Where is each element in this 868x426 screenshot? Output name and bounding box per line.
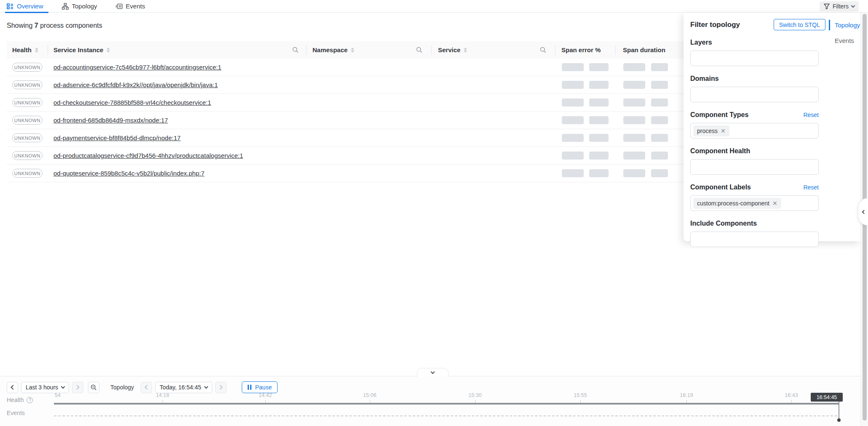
- filter-form: Filter topology Switch to STQL Layers Do…: [684, 13, 832, 256]
- drawer-collapse-handle[interactable]: [858, 198, 868, 226]
- table-header: Health Service Instance Namespace Servic…: [7, 41, 691, 59]
- column-header-namespace[interactable]: Namespace: [312, 41, 354, 59]
- time-range-dropdown[interactable]: Last 3 hours: [21, 382, 69, 393]
- span-error-skeleton: [562, 99, 584, 106]
- component-types-label: Component Types: [690, 111, 748, 119]
- health-badge: UNKNOWN: [12, 116, 43, 125]
- sort-icon[interactable]: [464, 48, 467, 53]
- topology-mode-label: Topology: [110, 384, 134, 391]
- remove-tag-icon[interactable]: ✕: [721, 128, 726, 134]
- tick-label: 16:43: [785, 392, 798, 398]
- layers-input[interactable]: [690, 51, 819, 66]
- zoom-out-button[interactable]: [88, 382, 99, 393]
- chevron-down-icon: [61, 385, 65, 389]
- drawer-title: Filter topology: [690, 21, 740, 29]
- tick-label: 16:19: [680, 392, 693, 398]
- span-duration-skeleton: [623, 169, 645, 177]
- tick-mark: [475, 400, 475, 403]
- filter-tag: custom:process-component ✕: [693, 198, 781, 209]
- tab-label: Topology: [72, 3, 97, 10]
- date-time-dropdown[interactable]: Today, 16:54:45: [155, 382, 212, 393]
- service-instance-link[interactable]: od-quoteservice-859b8c5c4c-v5b2l/public/…: [53, 170, 205, 177]
- span-duration-skeleton: [651, 63, 668, 71]
- time-cursor-dot[interactable]: [837, 418, 841, 422]
- filter-tag-label: custom:process-component: [697, 200, 769, 207]
- sort-icon[interactable]: [107, 48, 110, 53]
- events-timeline-line[interactable]: [54, 415, 837, 416]
- tick-label: 15:55: [574, 392, 587, 398]
- chevron-down-icon: [204, 385, 208, 389]
- tick-label: 54: [55, 392, 61, 398]
- table-row: UNKNOWN od-quoteservice-859b8c5c4c-v5b2l…: [7, 165, 691, 182]
- current-time-badge: 16:54:45: [811, 393, 843, 402]
- tick-mark: [791, 400, 792, 403]
- date-forward-button[interactable]: [215, 382, 227, 393]
- include-components-input[interactable]: [690, 232, 819, 247]
- tick-label: 14:18: [156, 392, 169, 398]
- help-icon[interactable]: ?: [27, 397, 33, 403]
- tab-overview[interactable]: Overview: [7, 0, 43, 13]
- date-time-value: Today, 16:54:45: [160, 384, 201, 391]
- column-header-span-duration: Span duration: [623, 41, 665, 59]
- component-types-reset-link[interactable]: Reset: [803, 112, 819, 118]
- drawer-tab-events[interactable]: Events: [829, 35, 860, 47]
- date-back-button[interactable]: [141, 382, 152, 393]
- overview-icon: [7, 3, 13, 10]
- service-instance-link[interactable]: od-adservice-6c9dfcfdbf-k9x2k//opt/java/…: [53, 81, 218, 88]
- column-header-health[interactable]: Health: [12, 41, 38, 59]
- service-instance-link[interactable]: od-accountingservice-7c546cb977-l6bft/ac…: [53, 64, 222, 71]
- tab-events[interactable]: Events: [116, 0, 145, 13]
- span-duration-skeleton: [623, 116, 645, 124]
- tick-mark: [580, 400, 581, 403]
- domains-label: Domains: [690, 75, 719, 83]
- sort-icon[interactable]: [351, 48, 354, 53]
- health-badge: UNKNOWN: [12, 80, 43, 89]
- top-tab-bar: Overview Topology Events Filters: [0, 0, 868, 13]
- component-health-input[interactable]: [690, 159, 819, 175]
- switch-to-stql-button[interactable]: Switch to STQL: [774, 19, 825, 30]
- time-controls: Last 3 hours Topology Today, 16:54:45 Pa…: [7, 381, 278, 393]
- span-duration-skeleton: [651, 134, 668, 142]
- column-header-service[interactable]: Service: [438, 41, 467, 59]
- component-labels-input[interactable]: custom:process-component ✕: [690, 195, 819, 211]
- span-error-skeleton: [589, 81, 609, 89]
- range-back-button[interactable]: [7, 382, 18, 393]
- table-row: UNKNOWN od-productcatalogservice-cf9d7b4…: [7, 147, 691, 165]
- span-error-skeleton: [562, 152, 584, 160]
- pause-button[interactable]: Pause: [242, 381, 278, 393]
- tick-mark: [370, 400, 370, 403]
- search-icon[interactable]: [292, 47, 299, 53]
- span-duration-skeleton: [623, 99, 645, 106]
- service-instance-link[interactable]: od-productcatalogservice-cf9d7b456-4hhzv…: [53, 152, 243, 159]
- column-header-service-instance[interactable]: Service Instance: [53, 41, 110, 59]
- tab-topology[interactable]: Topology: [62, 0, 97, 13]
- time-cursor-line: [839, 402, 839, 420]
- health-timeline-line[interactable]: [54, 403, 839, 405]
- tick-label: 14:42: [259, 392, 272, 398]
- service-instance-link[interactable]: od-paymentservice-bf8f84b5d-dlmcp/node:1…: [53, 134, 181, 141]
- column-header-span-error: Span error %: [561, 41, 601, 59]
- table-row: UNKNOWN od-accountingservice-7c546cb977-…: [7, 59, 691, 76]
- range-forward-button[interactable]: [72, 382, 83, 393]
- events-lane-label: Events: [7, 410, 25, 416]
- layers-label: Layers: [690, 39, 712, 46]
- component-types-input[interactable]: process ✕: [690, 123, 819, 138]
- service-instance-link[interactable]: od-frontend-685db864d9-msxdx/node:17: [53, 117, 168, 124]
- search-icon[interactable]: [416, 47, 422, 53]
- chevron-left-icon: [11, 385, 15, 389]
- service-instance-link[interactable]: od-checkoutservice-78885bf588-vrl4c/chec…: [53, 99, 211, 106]
- sort-icon[interactable]: [35, 48, 38, 53]
- component-labels-reset-link[interactable]: Reset: [803, 184, 819, 191]
- remove-tag-icon[interactable]: ✕: [772, 200, 777, 207]
- health-badge: UNKNOWN: [12, 63, 43, 72]
- time-control-bar: Last 3 hours Topology Today, 16:54:45 Pa…: [0, 376, 868, 426]
- domains-input[interactable]: [690, 87, 819, 102]
- span-error-skeleton: [562, 134, 584, 142]
- filters-button[interactable]: Filters: [820, 1, 859, 11]
- chevron-right-icon: [218, 385, 222, 389]
- search-icon[interactable]: [540, 47, 546, 53]
- drawer-tab-topology[interactable]: Topology: [829, 19, 860, 31]
- zoom-out-icon: [91, 384, 97, 391]
- timebar-collapse-handle[interactable]: [417, 368, 449, 377]
- component-count: 7: [35, 22, 38, 29]
